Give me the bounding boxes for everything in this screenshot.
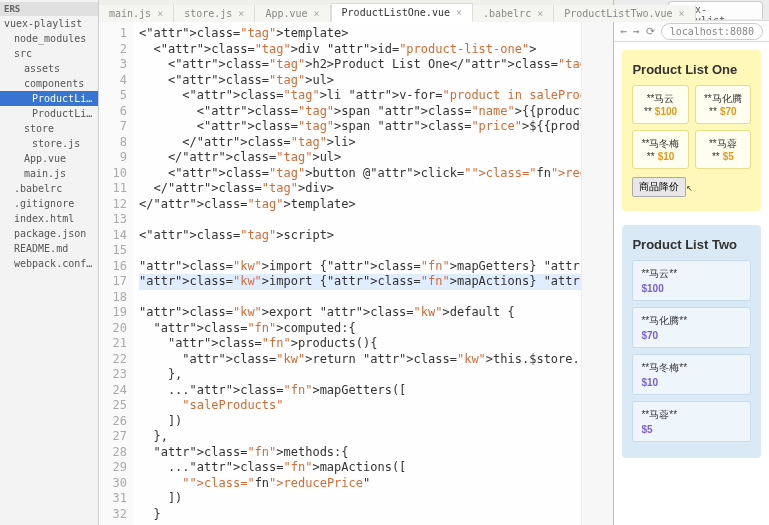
file-explorer: ERS vuex-playlistnode_modulessrcassetsco… xyxy=(0,0,99,525)
product-item: **马化腾**$70 xyxy=(695,85,751,124)
file-tree-item[interactable]: .gitignore xyxy=(0,196,98,211)
product-item: **马云**$100 xyxy=(632,260,751,301)
product-item: **马冬梅**$10 xyxy=(632,130,688,169)
file-tree-item[interactable]: main.js xyxy=(0,166,98,181)
file-tree-item[interactable]: ProductListOne.vue xyxy=(0,91,98,106)
tab-label: ProductListTwo.vue xyxy=(564,8,672,19)
tab-label: main.js xyxy=(109,8,151,19)
file-tree-item[interactable]: README.md xyxy=(0,241,98,256)
product-name: **马云** xyxy=(641,268,677,279)
product-item: **马化腾**$70 xyxy=(632,307,751,348)
file-tree-item[interactable]: src xyxy=(0,46,98,61)
list-one-title: Product List One xyxy=(632,62,751,77)
reduce-price-label: 商品降价 xyxy=(639,181,679,192)
browser-page[interactable]: Product List One **马云**$100**马化腾**$70**马… xyxy=(614,42,769,525)
code-editor[interactable]: 1234567891011121314151617181920212223242… xyxy=(99,22,613,525)
browser-toolbar: ← → ⟳ localhost:8080 xyxy=(614,20,769,42)
tab-close-icon[interactable]: × xyxy=(238,8,244,19)
file-tree-item[interactable]: App.vue xyxy=(0,151,98,166)
file-tree-item[interactable]: assets xyxy=(0,61,98,76)
line-gutter: 1234567891011121314151617181920212223242… xyxy=(99,22,133,525)
product-price: $100 xyxy=(641,283,742,294)
tab-close-icon[interactable]: × xyxy=(679,8,685,19)
editor-tabs: main.js×store.js×App.vue×ProductListOne.… xyxy=(99,0,613,22)
editor-tab[interactable]: main.js× xyxy=(99,5,174,22)
tab-close-icon[interactable]: × xyxy=(456,7,462,18)
product-name: **马蓉** xyxy=(641,409,677,420)
product-price: $10 xyxy=(658,151,675,162)
tab-label: App.vue xyxy=(265,8,307,19)
file-tree-item[interactable]: vuex-playlist xyxy=(0,16,98,31)
editor-tab[interactable]: App.vue× xyxy=(255,5,330,22)
file-tree-item[interactable]: .babelrc xyxy=(0,181,98,196)
code-area[interactable]: <"attr">class="tag">template> <"attr">cl… xyxy=(133,22,613,525)
product-name: **马冬梅** xyxy=(641,362,687,373)
tab-close-icon[interactable]: × xyxy=(537,8,543,19)
file-tree-item[interactable]: components xyxy=(0,76,98,91)
browser-preview: vuex-playlist ← → ⟳ localhost:8080 Produ… xyxy=(613,0,769,525)
product-price: $5 xyxy=(641,424,742,435)
tab-close-icon[interactable]: × xyxy=(157,8,163,19)
product-price: $100 xyxy=(655,106,677,117)
file-tree-item[interactable]: package.json xyxy=(0,226,98,241)
editor-tab[interactable]: ProductListTwo.vue× xyxy=(554,5,695,22)
product-list-one: Product List One **马云**$100**马化腾**$70**马… xyxy=(622,50,761,211)
product-price: $70 xyxy=(720,106,737,117)
explorer-header: ERS xyxy=(0,2,98,16)
product-name: **马化腾** xyxy=(641,315,687,326)
product-price: $70 xyxy=(641,330,742,341)
minimap[interactable] xyxy=(581,22,613,525)
tab-label: .babelrc xyxy=(483,8,531,19)
product-list-two: Product List Two **马云**$100**马化腾**$70**马… xyxy=(622,225,761,458)
file-tree-item[interactable]: ProductListTwo.vue xyxy=(0,106,98,121)
tab-label: ProductListOne.vue xyxy=(342,7,450,18)
product-item: **马云**$100 xyxy=(632,85,688,124)
editor-tab[interactable]: store.js× xyxy=(174,5,255,22)
file-tree-item[interactable]: webpack.config.js xyxy=(0,256,98,271)
editor-pane: main.js×store.js×App.vue×ProductListOne.… xyxy=(99,0,613,525)
editor-tab[interactable]: ProductListOne.vue× xyxy=(331,3,473,22)
product-price: $10 xyxy=(641,377,742,388)
url-input[interactable]: localhost:8080 xyxy=(661,23,763,40)
cursor-icon: ↖ xyxy=(686,184,693,193)
file-tree-item[interactable]: node_modules xyxy=(0,31,98,46)
reduce-price-button[interactable]: 商品降价 xyxy=(632,177,686,197)
product-item: **马蓉**$5 xyxy=(695,130,751,169)
file-tree-item[interactable]: index.html xyxy=(0,211,98,226)
file-tree-item[interactable]: store xyxy=(0,121,98,136)
product-price: $5 xyxy=(723,151,734,162)
url-text: localhost:8080 xyxy=(670,26,754,37)
nav-forward-icon[interactable]: → xyxy=(633,25,640,38)
product-item: **马冬梅**$10 xyxy=(632,354,751,395)
nav-back-icon[interactable]: ← xyxy=(620,25,627,38)
nav-reload-icon[interactable]: ⟳ xyxy=(646,25,655,38)
editor-tab[interactable]: .babelrc× xyxy=(473,5,554,22)
product-item: **马蓉**$5 xyxy=(632,401,751,442)
list-two-title: Product List Two xyxy=(632,237,751,252)
tab-label: store.js xyxy=(184,8,232,19)
tab-close-icon[interactable]: × xyxy=(314,8,320,19)
file-tree-item[interactable]: store.js xyxy=(0,136,98,151)
